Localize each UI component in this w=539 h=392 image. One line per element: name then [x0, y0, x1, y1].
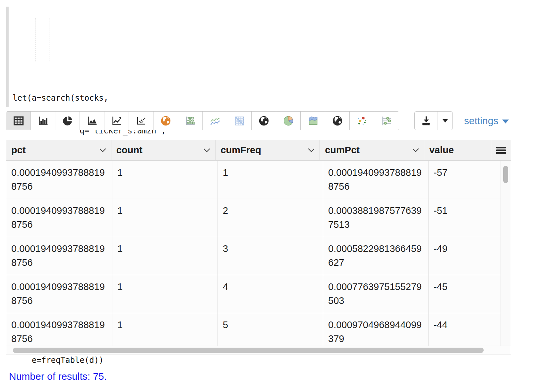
table-row: 0.00019409937888198756 1 2 0.00038819875…: [6, 199, 501, 237]
viz-type-button-group: [6, 111, 399, 130]
cell-pct: 0.00019409937888198756: [6, 237, 112, 275]
viz-button-pie-chart[interactable]: [55, 112, 80, 130]
viz-button-line-chart[interactable]: [104, 112, 129, 130]
pie-chart-color-icon: [282, 115, 294, 127]
download-options-button[interactable]: [438, 112, 452, 130]
column-label: pct: [11, 145, 26, 156]
indent-guide: [21, 18, 21, 62]
bubble-matrix-icon: [184, 115, 196, 127]
caret-down-icon: [502, 120, 509, 123]
pie-chart-icon: [62, 115, 74, 127]
vertical-scrollbar[interactable]: [501, 161, 511, 346]
cell-cumfreq: 5: [218, 313, 323, 346]
caret-down-icon: [443, 119, 448, 122]
viz-button-parallel-coordinates[interactable]: [374, 112, 399, 130]
download-icon: [420, 115, 432, 127]
viz-button-globe-dark[interactable]: [252, 112, 276, 130]
settings-label: settings: [464, 115, 498, 126]
table-icon: [13, 115, 25, 127]
table-menu-button[interactable]: [491, 140, 511, 160]
cell-value: -57: [429, 161, 496, 199]
cell-pct: 0.00019409937888198756: [6, 161, 112, 199]
table-row: 0.00019409937888198756 1 4 0.00077639751…: [6, 275, 501, 313]
cell-pct: 0.00019409937888198756: [6, 275, 112, 313]
stacked-area-color-icon: [307, 115, 319, 127]
viz-button-stacked-area-color[interactable]: [301, 112, 325, 130]
table-row: 0.00019409937888198756 1 3 0.00058229813…: [6, 237, 501, 275]
cell-count: 1: [112, 313, 218, 346]
viz-button-pie-chart-color[interactable]: [276, 112, 301, 130]
heatmap-grid-icon: [233, 115, 245, 127]
chevron-down-icon[interactable]: [308, 148, 315, 152]
code-line: let(a=search(stocks,: [13, 93, 535, 104]
viz-button-globe-orange[interactable]: [153, 112, 178, 130]
cell-cumpct: 0.0007763975155279503: [323, 275, 429, 313]
indent-guide: [49, 18, 49, 62]
column-header-cumfreq[interactable]: cumFreq: [215, 140, 320, 160]
viz-button-heatmap-grid[interactable]: [227, 112, 252, 130]
cell-cumpct: 0.0009704968944099379: [323, 313, 429, 346]
cell-cumpct: 0.0005822981366459627: [323, 237, 429, 275]
scatter-color-icon: [356, 115, 368, 127]
code-editor[interactable]: let(a=search(stocks, q="ticker_s:amzn", …: [6, 3, 535, 108]
cell-cumfreq: 1: [218, 161, 323, 199]
cell-count: 1: [112, 237, 218, 275]
column-header-pct[interactable]: pct: [6, 140, 111, 160]
cell-cumfreq: 4: [218, 275, 323, 313]
editor-gutter-bar: [6, 7, 9, 107]
scatter-plot-icon: [135, 115, 147, 127]
globe-dark-icon: [258, 115, 270, 127]
column-header-cumpct[interactable]: cumPct: [320, 140, 424, 160]
cell-count: 1: [112, 275, 218, 313]
chevron-down-icon[interactable]: [99, 148, 106, 152]
viz-button-bar-chart[interactable]: [31, 112, 55, 130]
viz-button-scatter-plot[interactable]: [129, 112, 153, 130]
download-button-group: [414, 111, 453, 130]
area-chart-icon: [86, 115, 98, 127]
cell-cumpct: 0.00038819875776397513: [323, 199, 429, 237]
viz-button-globe-dark-2[interactable]: [325, 112, 350, 130]
cell-count: 1: [112, 161, 218, 199]
cell-cumpct: 0.00019409937888198756: [323, 161, 429, 199]
chevron-down-icon[interactable]: [203, 148, 210, 152]
cell-cumfreq: 3: [218, 237, 323, 275]
table-row: 0.00019409937888198756 1 1 0.00019409937…: [6, 161, 501, 199]
horizontal-scrollbar-thumb[interactable]: [13, 348, 484, 353]
visualization-toolbar: settings: [6, 111, 509, 130]
column-header-value[interactable]: value: [424, 140, 491, 160]
viz-button-scatter-color[interactable]: [350, 112, 374, 130]
bar-chart-icon: [37, 115, 49, 127]
cell-value: -44: [429, 313, 496, 346]
column-label: value: [429, 145, 454, 156]
column-header-count[interactable]: count: [111, 140, 216, 160]
globe-orange-icon: [160, 115, 172, 127]
line-chart-icon: [111, 115, 123, 127]
cell-count: 1: [112, 199, 218, 237]
chevron-down-icon[interactable]: [412, 148, 419, 152]
table-header-row: pct count cumFreq cumPct value: [6, 140, 511, 161]
table-body[interactable]: 0.00019409937888198756 1 1 0.00019409937…: [6, 161, 501, 346]
viz-button-table[interactable]: [6, 112, 31, 130]
cell-value: -49: [429, 237, 496, 275]
cell-cumfreq: 2: [218, 199, 323, 237]
globe-dark-icon: [331, 115, 343, 127]
download-button[interactable]: [415, 112, 438, 130]
code-line: e=freqTable(d)): [13, 355, 535, 366]
indent-guide: [35, 18, 35, 62]
cell-pct: 0.00019409937888198756: [6, 199, 112, 237]
cell-value: -45: [429, 275, 496, 313]
column-label: count: [116, 145, 143, 156]
settings-menu-button[interactable]: settings: [464, 111, 509, 130]
table-row: 0.00019409937888198756 1 5 0.00097049689…: [6, 313, 501, 346]
results-table: pct count cumFreq cumPct value 0.0001940…: [6, 140, 511, 355]
vertical-scrollbar-thumb[interactable]: [503, 166, 508, 183]
viz-button-area-chart[interactable]: [80, 112, 104, 130]
hamburger-icon: [496, 146, 506, 154]
horizontal-scrollbar[interactable]: [6, 346, 511, 355]
parallel-coordinates-icon: [381, 115, 392, 127]
viz-button-bubble-matrix[interactable]: [178, 112, 203, 130]
multi-series-line-icon: [209, 115, 221, 127]
viz-button-multi-series-line[interactable]: [203, 112, 227, 130]
cell-value: -51: [429, 199, 496, 237]
column-label: cumFreq: [220, 145, 261, 156]
